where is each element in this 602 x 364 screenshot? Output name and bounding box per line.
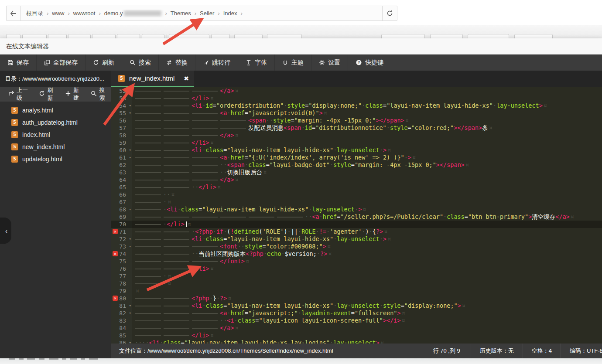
code-line[interactable]: 75</font>¤ — [111, 258, 602, 265]
code-line[interactable]: 67·¤ — [111, 198, 602, 206]
fold-icon[interactable]: ▾ — [129, 102, 131, 109]
code-line[interactable]: 72▾<li·class="layui-nav-item layui-hide-… — [111, 235, 602, 243]
code-line[interactable]: 53</li>¤ — [111, 95, 602, 102]
clipped-text-fragment — [27, 358, 35, 360]
code-line[interactable]: 54▾<li·id="orderdistribution"·style="dis… — [111, 102, 602, 109]
file-item-index.html[interactable]: 5index.html — [0, 129, 111, 141]
code-line[interactable]: 66··¤ — [111, 191, 602, 198]
code-line[interactable]: 64</a>¤ — [111, 176, 602, 184]
up-level-icon — [8, 90, 14, 98]
code-token: "javascript:void(0)" — [248, 109, 319, 116]
code-line[interactable]: 78·¤ — [111, 280, 602, 287]
fold-icon[interactable]: ▾ — [129, 310, 131, 317]
字体-button[interactable]: 字体 — [238, 54, 275, 71]
code-line[interactable]: 65··</li>¤ — [111, 184, 602, 191]
fold-icon[interactable]: ▾ — [129, 206, 131, 213]
goto-line-icon — [203, 59, 209, 66]
code-line[interactable]: 59</li>¤ — [111, 139, 602, 146]
sidebar-上一级-button[interactable]: 上一级 — [4, 87, 33, 102]
fold-icon[interactable]: ▾ — [129, 235, 131, 243]
主题-button[interactable]: 主题 — [275, 54, 311, 71]
breadcrumb-item[interactable]: demo.y — [104, 10, 123, 17]
code-token: · — [380, 146, 383, 153]
code-line[interactable]: 70·</li>¤ — [111, 221, 602, 228]
breadcrumb-item[interactable]: 根目录 — [26, 10, 43, 17]
code-line[interactable]: 77·¤ — [111, 272, 602, 280]
code-line[interactable]: 61▾<a·href="{:U('index/index', array('is… — [111, 154, 602, 161]
code-token: · — [301, 124, 305, 131]
code-line[interactable]: 69··<a·href="/seller.php?s=/Public/clear… — [111, 213, 602, 221]
tab-invisible — [277, 216, 305, 218]
breadcrumb-item[interactable]: Themes — [171, 10, 191, 17]
code-token: > — [397, 310, 400, 316]
fold-icon[interactable]: ▾ — [129, 146, 131, 154]
fold-icon[interactable]: ▾ — [129, 339, 131, 344]
file-item-auth_updatelog.html[interactable]: 5auth_updatelog.html — [0, 116, 111, 129]
设置-button[interactable]: 设置 — [311, 54, 348, 71]
code-line[interactable]: 73▾<font··style="color:#009688;">¤ — [111, 243, 602, 250]
code-line[interactable]: 62··<span·class="layui-badge-dot"·style=… — [111, 161, 602, 169]
code-line[interactable]: ✕74··当前社区团购版本<?php·echo·$version;·?>¤ — [111, 250, 602, 258]
file-item-updatelog.html[interactable]: 5updatelog.html — [0, 153, 111, 165]
替换-button[interactable]: 替换 — [159, 54, 195, 71]
code-line[interactable]: 68▾·<li·class="layui-nav-item layui-hide… — [111, 206, 602, 213]
file-item-analys.html[interactable]: 5analys.html — [0, 104, 111, 116]
fold-icon[interactable]: ▾ — [129, 154, 131, 161]
tab-invisible — [192, 216, 220, 218]
code-token: <li — [149, 339, 160, 344]
code-line[interactable]: 79¤ — [111, 287, 602, 295]
fold-icon[interactable]: ▾ — [129, 302, 131, 310]
space-invisible: ·· — [163, 191, 170, 198]
快捷键-button[interactable]: ?快捷键 — [348, 54, 391, 71]
breadcrumb-item[interactable]: www — [52, 10, 64, 17]
breadcrumb-item[interactable]: wwwroot — [73, 10, 96, 17]
跳转行-button[interactable]: 跳转行 — [195, 54, 238, 71]
sidebar-新建-button[interactable]: 新建 — [61, 87, 86, 102]
sidebar-刷新-button[interactable]: 刷新 — [35, 87, 59, 102]
code-line[interactable]: 84</a>¤ — [111, 324, 602, 332]
code-text: </font>¤ — [132, 258, 249, 265]
保存-button[interactable]: 保存 — [0, 54, 37, 71]
code-line[interactable]: 57发配送员消息<span·id="distributionnotice"·st… — [111, 124, 602, 132]
全部保存-button[interactable]: 全部保存 — [37, 54, 86, 71]
code-line[interactable]: ✕80<?php·}·?>¤ — [111, 295, 602, 302]
code-line[interactable]: 86▾····<li·class="layui-nav-item layui-h… — [111, 339, 602, 344]
搜索-button[interactable]: 搜索 — [122, 54, 159, 71]
file-list: 5analys.html5auth_updatelog.html5index.h… — [0, 102, 111, 165]
code-line[interactable]: ✕71·<?php·if·(!defined('ROLE')·||·ROLE·!… — [111, 228, 602, 235]
file-item-new_index.html[interactable]: 5new_index.html — [0, 141, 111, 153]
breadcrumb-refresh-button[interactable] — [382, 6, 397, 20]
breadcrumb-item[interactable]: Index — [223, 10, 237, 17]
sidebar-搜索-button[interactable]: 搜索 — [87, 87, 111, 102]
tab-invisible — [135, 253, 163, 255]
back-button[interactable] — [7, 6, 21, 20]
sidebar-button-label: 上一级 — [17, 86, 29, 102]
刷新-button[interactable]: 刷新 — [86, 54, 122, 71]
code-line[interactable]: 81▾<li·class="layui-nav-item layui-hide-… — [111, 302, 602, 310]
code-line[interactable]: 85</li>¤ — [111, 332, 602, 339]
code-line[interactable]: 58</a>¤ — [111, 132, 602, 139]
save-all-icon — [44, 59, 50, 66]
code-line[interactable]: 63··切换旧版后台¤ — [111, 169, 602, 176]
eol-invisible: ¤ — [235, 132, 239, 139]
code-line[interactable]: 82▾<a·href="javascript:;"·layadmin-event… — [111, 310, 602, 317]
code-token: lay-unselect — [337, 235, 380, 242]
code-line[interactable]: 56<span··style="margin: -4px -15px 0;"><… — [111, 117, 602, 124]
code-line[interactable]: 52</a>¤ — [111, 87, 602, 95]
dialog-title: 在线文本编辑器 — [0, 38, 602, 54]
tab-close-icon[interactable]: ✖ — [184, 75, 189, 82]
code-line[interactable]: 55▾<a·href="javascript:void(0)">¤ — [111, 109, 602, 117]
code-editor[interactable]: 52</a>¤53</li>¤54▾<li·id="orderdistribut… — [111, 87, 602, 344]
tab-new-index-html[interactable]: 5 new_index.html ✖ — [111, 71, 194, 87]
fold-icon[interactable]: ▾ — [129, 243, 131, 250]
sidebar-collapse-handle[interactable]: ‹ — [0, 218, 11, 244]
breadcrumb-separator: › — [218, 10, 219, 17]
code-token: defined — [234, 228, 259, 235]
code-line[interactable]: 60▾<li·class="layui-nav-item layui-hide-… — [111, 146, 602, 154]
code-token: "margin: -4px -15px 0;" — [294, 117, 376, 124]
breadcrumb-item[interactable]: Seller — [200, 10, 214, 17]
search-icon — [91, 90, 97, 98]
fold-icon[interactable]: ▾ — [129, 109, 131, 117]
code-line[interactable]: 83··<i·class="layui-icon layui-icon-scre… — [111, 317, 602, 324]
code-line[interactable]: 76</li>¤ — [111, 265, 602, 272]
